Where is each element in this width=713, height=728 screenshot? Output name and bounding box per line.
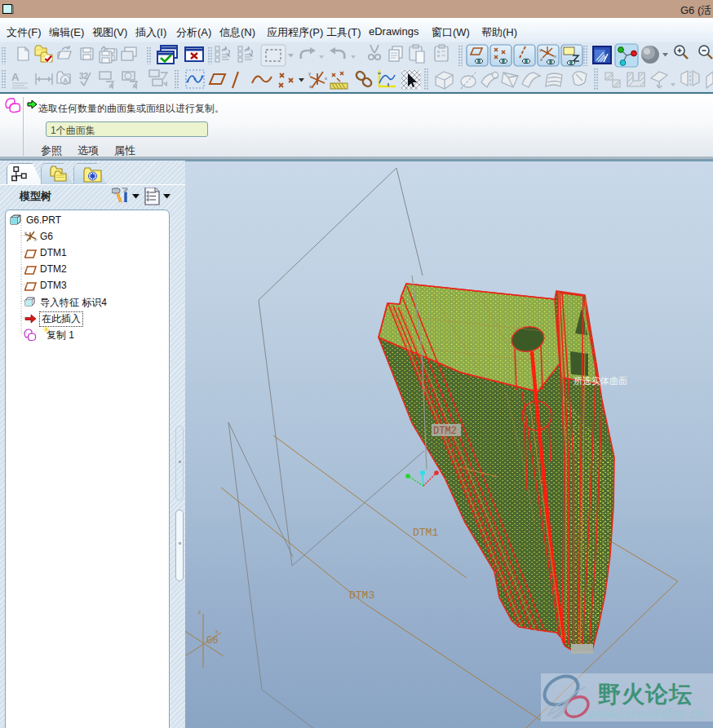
svg-text:x: x [554,54,556,59]
svg-text:G6: G6 [206,635,218,646]
svg-text:A: A [64,77,69,84]
svg-text:z: z [309,84,312,89]
svg-text:DTM3: DTM3 [349,589,374,602]
svg-text:A: A [11,71,20,83]
svg-text:z: z [540,57,542,62]
svg-text:x: x [325,76,327,81]
svg-text:x: x [215,629,219,634]
svg-text:DTM1: DTM1 [413,527,438,539]
svg-text:y: y [308,71,311,76]
svg-text:z: z [198,609,202,615]
svg-text:野火论坛: 野火论坛 [598,682,693,707]
svg-text:DTM2: DTM2 [433,426,457,437]
svg-text:所选实体曲面: 所选实体曲面 [574,376,627,386]
svg-text:www.proewildfire.cn: www.proewildfire.cn [587,707,703,721]
svg-text:y: y [539,47,542,52]
